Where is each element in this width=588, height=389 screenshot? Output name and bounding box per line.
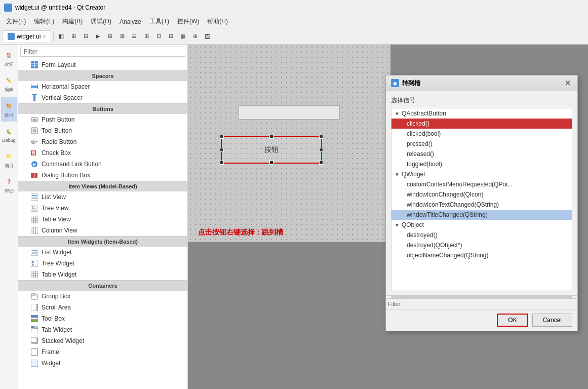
ok-button[interactable]: OK — [497, 314, 528, 327]
widget-item-tree-widget[interactable]: Tree Widget — [18, 258, 187, 269]
tree-item-customcontext[interactable]: customContextMenuRequested(QPoi... — [391, 179, 572, 189]
svg-rect-57 — [31, 304, 37, 311]
active-tab[interactable]: widget.ui × — [2, 30, 51, 42]
stacked-widget-icon — [30, 337, 38, 345]
signal-tree[interactable]: ▼ QAbstractButton clicked() clicked(bool… — [391, 108, 572, 290]
tree-item-windowicontextchanged[interactable]: windowIconTextChanged(QString) — [391, 200, 572, 210]
svg-rect-65 — [34, 327, 37, 329]
menu-analyze[interactable]: Analyze — [115, 17, 145, 27]
sidebar-project[interactable]: 📁 项目 — [1, 148, 17, 172]
design-icon: 🎨 — [4, 101, 14, 111]
scrollbar-track[interactable] — [391, 296, 572, 299]
tree-arrow-qabstractbutton: ▼ — [395, 111, 400, 116]
tree-item-clicked-bool[interactable]: clicked(bool) — [391, 129, 572, 139]
sidebar-debug[interactable]: 🐛 Debug — [1, 123, 17, 147]
toolbar-btn-5[interactable]: ⊞ — [104, 31, 115, 42]
toolbar-btn-6[interactable]: ⊠ — [116, 31, 128, 42]
tree-item-windowtitlechanged[interactable]: windowTitleChanged(QString) — [391, 210, 572, 220]
menu-help[interactable]: 帮助(H) — [203, 16, 232, 27]
toolbar-btn-7[interactable]: ☰ — [129, 31, 140, 42]
tree-item-clicked[interactable]: clicked() — [391, 119, 572, 129]
widget-item-frame[interactable]: Frame — [18, 346, 187, 358]
svg-rect-68 — [31, 337, 37, 342]
widget-item-list-view[interactable]: List View — [18, 191, 187, 203]
svg-rect-22 — [34, 173, 37, 178]
horizontal-spacer-icon — [30, 83, 38, 91]
widget-item-tool-button[interactable]: ⚙ Tool Button — [18, 125, 187, 136]
handle-mr — [319, 148, 323, 152]
menu-debug[interactable]: 调试(D) — [87, 16, 115, 27]
menu-file[interactable]: 文件(F) — [2, 16, 30, 27]
tab-close[interactable]: × — [43, 34, 46, 40]
menu-edit[interactable]: 编辑(E) — [30, 16, 58, 27]
toolbar-btn-1[interactable]: ◧ — [56, 31, 67, 42]
toolbar-btn-9[interactable]: ⊡ — [153, 31, 164, 42]
widget-item-tab-widget[interactable]: Tab Widget — [18, 324, 187, 335]
toolbar-btn-11[interactable]: ▦ — [177, 31, 188, 42]
menu-controls[interactable]: 控件(W) — [173, 16, 203, 27]
toolbar-btn-4[interactable]: ▶ — [92, 31, 103, 42]
svg-rect-38 — [31, 227, 33, 234]
toolbar-btn-13[interactable]: 🖼 — [202, 31, 213, 42]
widget-item-push-button[interactable]: OK Push Button — [18, 114, 187, 125]
handle-tm — [269, 135, 273, 139]
project-icon: 📁 — [4, 151, 14, 162]
tree-item-destroyed-qobject[interactable]: destroyed(QObject*) — [391, 240, 572, 250]
tree-item-windowiconchanged[interactable]: windowIconChanged(QIcon) — [391, 189, 572, 200]
tab-widget-icon — [30, 326, 38, 334]
widget-item-widget[interactable]: Widget — [18, 358, 187, 369]
widget-item-column-view[interactable]: Column View — [18, 225, 187, 236]
widget-item-group-box[interactable]: Group Box — [18, 291, 187, 302]
svg-rect-7 — [33, 94, 35, 101]
svg-point-46 — [32, 261, 34, 263]
tree-item-destroyed[interactable]: destroyed() — [391, 230, 572, 240]
svg-rect-70 — [31, 360, 38, 367]
widget-item-table-widget[interactable]: Table Widget — [18, 269, 187, 280]
section-label: 选择信号 — [391, 96, 572, 105]
button-normal[interactable] — [239, 105, 340, 120]
widget-item-dialog-button-box[interactable]: Dialog Button Box — [18, 170, 187, 181]
widget-item-command-link-button[interactable]: ▶ Command Link Button — [18, 159, 187, 170]
tree-item-released[interactable]: released() — [391, 149, 572, 159]
tree-item-pressed[interactable]: pressed() — [391, 139, 572, 149]
tree-category-qwidget[interactable]: ▼ QWidget — [391, 169, 572, 179]
widget-item-horizontal-spacer[interactable]: Horizontal Spacer — [18, 81, 187, 92]
sidebar-welcome[interactable]: 🏠 欢迎 — [1, 47, 17, 71]
widget-item-tree-view[interactable]: Tree View — [18, 203, 187, 214]
toolbar-btn-12[interactable]: ⊕ — [189, 31, 201, 42]
menu-tools[interactable]: 工具(T) — [145, 16, 173, 27]
cancel-button[interactable]: Cancel — [532, 314, 572, 327]
sidebar-help[interactable]: ❓ 帮助 — [1, 173, 17, 198]
widget-item-radio-button[interactable]: Radio Button — [18, 136, 187, 147]
dialog-close-button[interactable]: ✕ — [563, 79, 572, 88]
tree-category-qobject[interactable]: ▼ QObject — [391, 220, 572, 230]
widget-item-form-layout[interactable]: Form Layout — [18, 59, 187, 70]
toolbar-btn-10[interactable]: ⊟ — [165, 31, 176, 42]
app-icon — [4, 4, 12, 12]
widget-item-check-box[interactable]: ✓ Check Box — [18, 147, 187, 159]
widget-item-tool-box[interactable]: Tool Box — [18, 313, 187, 324]
sidebar-edit[interactable]: ✏️ 编辑 — [1, 72, 17, 96]
tree-category-qabstractbutton[interactable]: ▼ QAbstractButton — [391, 108, 572, 119]
sidebar-design[interactable]: 🎨 设计 — [1, 97, 17, 122]
tree-item-objectnamechanged[interactable]: objectNameChanged(QString) — [391, 250, 572, 260]
form-layout-icon — [30, 61, 38, 69]
tree-item-toggled[interactable]: toggled(bool) — [391, 159, 572, 169]
category-spacers: Spacers — [18, 70, 187, 81]
toolbar-btn-8[interactable]: ⊞ — [141, 31, 152, 42]
widget-icon — [30, 359, 38, 367]
button-selected[interactable]: 按钮 — [221, 136, 322, 164]
widget-item-list-widget[interactable]: List Widget — [18, 247, 187, 258]
svg-text:⚙: ⚙ — [33, 129, 36, 133]
filter-input[interactable] — [20, 47, 185, 57]
widget-item-scroll-area[interactable]: Scroll Area — [18, 302, 187, 313]
menubar: 文件(F) 编辑(E) 构建(B) 调试(D) Analyze 工具(T) 控件… — [0, 15, 588, 28]
toolbar-btn-2[interactable]: ⊞ — [68, 31, 79, 42]
menu-build[interactable]: 构建(B) — [58, 16, 87, 27]
category-item-widgets: Item Widgets (Item-Based) — [18, 236, 187, 247]
svg-rect-54 — [31, 271, 33, 274]
widget-item-stacked-widget[interactable]: Stacked Widget — [18, 335, 187, 346]
widget-item-table-view[interactable]: Table View — [18, 214, 187, 225]
widget-item-vertical-spacer[interactable]: Vertical Spacer — [18, 92, 187, 103]
toolbar-btn-3[interactable]: ⊟ — [80, 31, 91, 42]
